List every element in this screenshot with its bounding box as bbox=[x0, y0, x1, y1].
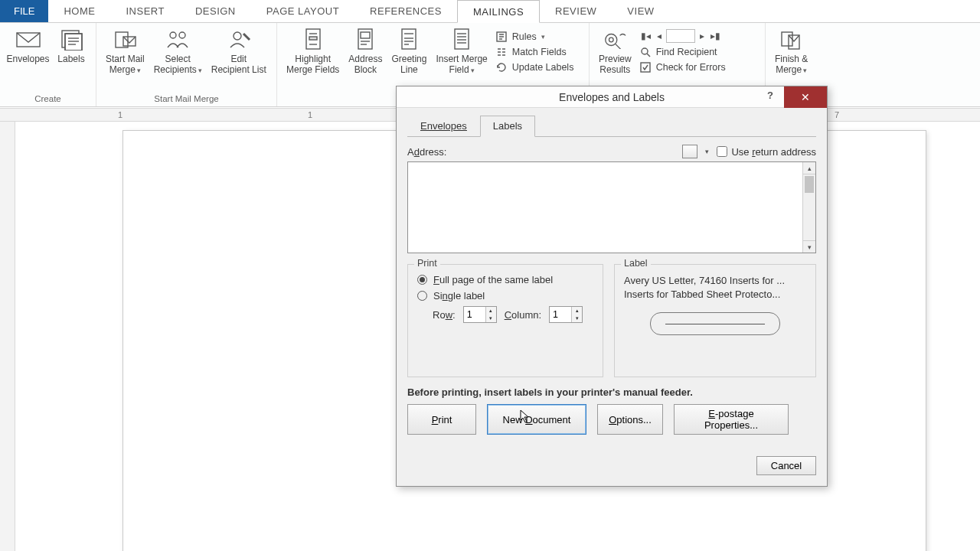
tab-references[interactable]: REFERENCES bbox=[354, 0, 457, 22]
rules-label: Rules bbox=[512, 31, 537, 42]
row-up-icon[interactable]: ▴ bbox=[486, 307, 496, 315]
update-labels-icon bbox=[495, 61, 508, 73]
use-return-address-input[interactable] bbox=[717, 146, 727, 157]
tab-insert[interactable]: INSERT bbox=[110, 0, 179, 22]
finish-merge-icon bbox=[779, 28, 804, 52]
tab-design[interactable]: DESIGN bbox=[180, 0, 251, 22]
preview-results-button[interactable]: Preview Results bbox=[594, 26, 636, 94]
group-start-label: Start Mail Merge bbox=[101, 94, 272, 105]
find-recipient-button[interactable]: Find Recipient bbox=[639, 46, 726, 58]
address-scrollbar[interactable]: ▴ ▾ bbox=[802, 162, 815, 253]
edit-recipient-list-button[interactable]: Edit Recipient List bbox=[207, 26, 271, 94]
last-record-icon[interactable]: ▸▮ bbox=[709, 31, 722, 41]
address-textarea[interactable]: ▴ ▾ bbox=[407, 161, 816, 253]
dialog-tab-labels[interactable]: Labels bbox=[480, 116, 535, 137]
select-recipients-button[interactable]: Select Recipients bbox=[149, 26, 207, 94]
match-fields-button[interactable]: Match Fields bbox=[495, 46, 574, 58]
insert-merge-field-icon bbox=[449, 28, 474, 52]
group-start-mail-merge: Start Mail Merge Select Recipients Edit … bbox=[96, 23, 277, 106]
prev-record-icon[interactable]: ◂ bbox=[655, 31, 663, 41]
radio-full-page[interactable]: Full page of the same label bbox=[417, 274, 593, 285]
rules-icon bbox=[495, 31, 508, 43]
tab-home[interactable]: HOME bbox=[48, 0, 110, 22]
tab-page-layout[interactable]: PAGE LAYOUT bbox=[251, 0, 354, 22]
tab-mailings[interactable]: MAILINGS bbox=[457, 0, 540, 23]
rules-button[interactable]: Rules▾ bbox=[495, 31, 574, 43]
insert-merge-field-button[interactable]: Insert Merge Field bbox=[431, 26, 492, 94]
next-record-icon[interactable]: ▸ bbox=[698, 31, 706, 41]
find-recipient-icon bbox=[639, 46, 652, 58]
options-button[interactable]: Options... bbox=[597, 404, 663, 435]
greeting-line-button[interactable]: Greeting Line bbox=[387, 26, 431, 94]
update-labels-button[interactable]: Update Labels bbox=[495, 61, 574, 73]
tab-review[interactable]: REVIEW bbox=[540, 0, 612, 22]
column-spinner[interactable]: ▴▾ bbox=[549, 306, 583, 323]
match-fields-icon bbox=[495, 46, 508, 58]
scroll-thumb[interactable] bbox=[805, 176, 814, 193]
svg-rect-2 bbox=[65, 34, 82, 51]
svg-rect-20 bbox=[402, 29, 416, 49]
dialog-title: Envelopes and Labels bbox=[559, 91, 665, 103]
dialog-close-button[interactable]: ✕ bbox=[784, 86, 827, 108]
start-mail-merge-icon bbox=[113, 28, 137, 52]
ruler-mark: 1 bbox=[118, 110, 122, 119]
update-labels-label: Update Labels bbox=[512, 62, 574, 73]
print-instruction: Before printing, insert labels in your p… bbox=[407, 386, 816, 398]
label-preview[interactable] bbox=[650, 312, 780, 335]
check-errors-button[interactable]: Check for Errors bbox=[639, 61, 726, 73]
scroll-up-icon[interactable]: ▴ bbox=[803, 162, 815, 174]
group-create: Envelopes Labels Create bbox=[0, 23, 96, 106]
label-legend: Label bbox=[621, 258, 651, 269]
radio-single-label[interactable]: Single label bbox=[417, 290, 593, 302]
envelopes-label: Envelopes bbox=[6, 54, 49, 64]
check-errors-icon bbox=[639, 61, 652, 73]
tab-file[interactable]: FILE bbox=[0, 0, 48, 22]
address-block-button[interactable]: Address Block bbox=[344, 26, 387, 94]
col-up-icon[interactable]: ▴ bbox=[572, 307, 582, 315]
greeting-line-icon bbox=[397, 28, 421, 52]
svg-point-33 bbox=[642, 48, 648, 54]
edit-recipient-list-label: Edit Recipient List bbox=[211, 54, 266, 75]
epostage-button[interactable]: E-postage Properties... bbox=[674, 404, 789, 435]
dialog-tab-envelopes[interactable]: Envelopes bbox=[407, 116, 480, 136]
print-legend: Print bbox=[414, 258, 440, 269]
column-input[interactable] bbox=[550, 307, 571, 322]
labels-button[interactable]: Labels bbox=[51, 26, 91, 94]
first-record-icon[interactable]: ▮◂ bbox=[639, 31, 652, 41]
label-fieldset: Label Avery US Letter, 74160 Inserts for… bbox=[614, 264, 816, 377]
start-mail-merge-button[interactable]: Start Mail Merge bbox=[101, 26, 149, 94]
cancel-button[interactable]: Cancel bbox=[756, 456, 816, 475]
use-return-address-checkbox[interactable]: Use return address bbox=[717, 146, 816, 158]
print-button[interactable]: Print bbox=[407, 404, 476, 435]
tab-strip: FILE HOME INSERT DESIGN PAGE LAYOUT REFE… bbox=[0, 0, 980, 23]
address-label: Address: bbox=[407, 146, 446, 158]
scroll-down-icon[interactable]: ▾ bbox=[803, 240, 815, 253]
address-book-icon[interactable] bbox=[682, 145, 697, 158]
check-errors-label: Check for Errors bbox=[656, 62, 726, 73]
start-mail-merge-label: Start Mail Merge bbox=[106, 54, 145, 76]
record-number-input[interactable] bbox=[666, 29, 695, 43]
radio-single-label-input[interactable] bbox=[417, 291, 427, 301]
tab-view[interactable]: VIEW bbox=[612, 0, 669, 22]
preview-results-label: Preview Results bbox=[599, 54, 632, 75]
vertical-ruler bbox=[0, 122, 15, 551]
radio-full-page-input[interactable] bbox=[417, 275, 427, 285]
new-document-button[interactable]: New Document bbox=[487, 404, 586, 435]
envelope-icon bbox=[16, 28, 41, 52]
row-input[interactable] bbox=[464, 307, 485, 322]
row-spinner[interactable]: ▴▾ bbox=[463, 306, 497, 323]
address-book-dropdown[interactable]: ▾ bbox=[705, 148, 709, 155]
svg-point-31 bbox=[606, 34, 617, 45]
dialog-help-button[interactable]: ? bbox=[763, 90, 778, 105]
finish-merge-button[interactable]: Finish & Merge bbox=[770, 26, 812, 94]
find-recipient-label: Find Recipient bbox=[656, 47, 717, 57]
label-info-line2: Inserts for Tabbed Sheet Protecto... bbox=[624, 288, 806, 302]
match-fields-label: Match Fields bbox=[512, 47, 567, 57]
svg-point-10 bbox=[179, 32, 185, 38]
envelopes-button[interactable]: Envelopes bbox=[5, 26, 51, 94]
highlight-icon bbox=[301, 28, 325, 52]
dialog-titlebar: Envelopes and Labels ? ✕ bbox=[397, 86, 827, 108]
row-down-icon[interactable]: ▾ bbox=[486, 315, 496, 322]
col-down-icon[interactable]: ▾ bbox=[572, 315, 582, 322]
highlight-merge-fields-button[interactable]: Highlight Merge Fields bbox=[282, 26, 344, 94]
